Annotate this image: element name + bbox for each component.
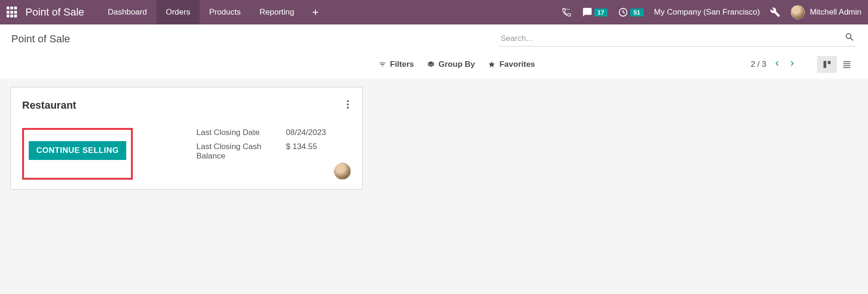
topbar-right: 17 51 My Company (San Francisco) Mitchel… [561,5,861,19]
svg-rect-2 [828,61,831,64]
user-name: Mitchell Admin [810,8,861,17]
pager: 2 / 3 [751,56,857,73]
pager-text[interactable]: 2 / 3 [751,60,766,69]
avatar-icon [791,5,805,19]
activities-icon[interactable]: 51 [618,7,643,17]
kanban-icon [822,60,832,69]
debug-tools-icon[interactable] [770,7,780,17]
last-closing-date-value: 08/24/2023 [286,128,351,137]
svg-point-9 [347,107,349,109]
card-details: Last Closing Date 08/24/2023 Last Closin… [196,128,351,180]
highlight-annotation: CONTINUE SELLING [22,128,133,180]
apps-menu-icon[interactable] [7,7,18,18]
nav-orders[interactable]: Orders [156,0,200,24]
messages-icon[interactable]: 17 [582,7,608,17]
pager-prev-icon[interactable] [773,59,781,70]
card-title: Restaurant [22,99,76,111]
nav-dashboard[interactable]: Dashboard [98,0,156,24]
phone-icon[interactable] [561,7,572,17]
pos-card-restaurant: Restaurant CONTINUE SELLING Last Closing… [10,87,363,190]
messages-badge: 17 [594,8,608,16]
last-closing-date-label: Last Closing Date [196,128,286,137]
control-panel: Point of Sale Filters Group By Favorites [0,24,868,79]
card-menu-icon[interactable] [345,98,351,113]
nav-add-icon[interactable]: + [304,0,327,24]
svg-rect-4 [844,64,851,64]
svg-point-7 [347,100,349,102]
svg-rect-5 [844,65,851,66]
search-input[interactable] [499,31,857,47]
nav-products[interactable]: Products [200,0,250,24]
avatar-icon [334,163,351,180]
card-responsible-avatar[interactable] [334,163,351,182]
svg-rect-6 [844,67,851,68]
kanban-view-button[interactable] [817,56,837,73]
last-closing-balance-label: Last Closing Cash Balance [196,142,286,161]
top-navbar: Point of Sale Dashboard Orders Products … [0,0,868,24]
svg-rect-3 [844,61,851,62]
favorites-button[interactable]: Favorites [488,60,535,69]
user-menu[interactable]: Mitchell Admin [791,5,861,19]
list-icon [842,60,852,69]
list-view-button[interactable] [837,56,857,73]
last-closing-balance-value: $ 134.55 [286,142,351,161]
nav-menu: Dashboard Orders Products Reporting + [98,0,327,24]
pager-next-icon[interactable] [788,59,796,70]
svg-point-8 [347,103,349,105]
nav-reporting[interactable]: Reporting [250,0,304,24]
filter-toolbar: Filters Group By Favorites [379,60,535,69]
search-icon[interactable] [844,32,855,44]
company-selector[interactable]: My Company (San Francisco) [654,8,760,17]
view-switcher [817,56,857,73]
continue-selling-button[interactable]: CONTINUE SELLING [29,141,126,160]
groupby-button[interactable]: Group By [427,60,475,69]
page-title: Point of Sale [11,33,70,45]
app-title[interactable]: Point of Sale [25,6,84,18]
filters-button[interactable]: Filters [379,60,414,69]
content-area: Restaurant CONTINUE SELLING Last Closing… [0,79,868,198]
svg-rect-1 [824,61,827,68]
search-container [499,31,857,47]
star-icon [488,61,495,68]
layers-icon [427,61,435,68]
filter-icon [379,61,386,68]
activities-badge: 51 [630,8,643,16]
